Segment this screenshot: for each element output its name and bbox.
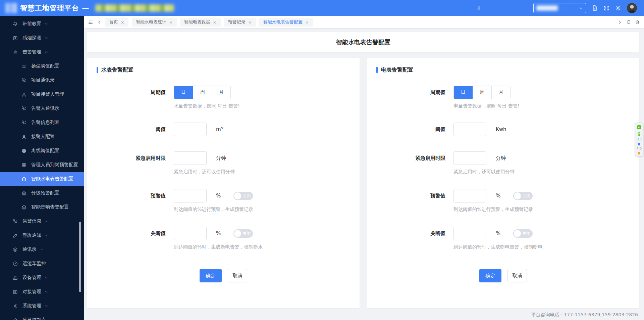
- warning-value-unit: %: [496, 193, 500, 199]
- panel-title: 电表告警配置: [376, 66, 630, 74]
- emergency-limit-input[interactable]: [453, 151, 486, 165]
- cutoff-value-input[interactable]: [174, 227, 207, 240]
- sidebar-item-alarm-info-list[interactable]: 告警信息列表: [0, 116, 84, 130]
- close-icon[interactable]: ×: [305, 20, 309, 25]
- sidebar-item-alarm-info[interactable]: 告警信息: [0, 214, 84, 228]
- refresh-icon[interactable]: [626, 19, 631, 25]
- home-icon: [12, 317, 18, 320]
- sidebar-scrollbar[interactable]: [79, 222, 81, 292]
- tabs-scroll-left-icon[interactable]: [97, 19, 102, 25]
- cycle-week-button[interactable]: 周: [193, 86, 212, 99]
- cutoff-toggle[interactable]: 关闭: [233, 229, 253, 238]
- warning-value-input[interactable]: [453, 189, 486, 202]
- close-icon[interactable]: ×: [169, 20, 173, 25]
- device-icon: [12, 275, 18, 281]
- sidebar-item-slag-truck-monitoring[interactable]: 运渣车监控: [0, 257, 84, 271]
- sidebar-item-smart-speaker-alarm-config[interactable]: 智能音响告警配置: [0, 200, 84, 214]
- sidebar-item-smoke-detection[interactable]: 感烟探测: [0, 31, 84, 45]
- toggle-label: 关闭: [522, 193, 530, 199]
- sidebar-item-device-management[interactable]: 设备管理: [0, 271, 84, 285]
- toggle-label: 关闭: [243, 193, 251, 199]
- sidebar-item-responder-config[interactable]: 接警人配置: [0, 130, 84, 144]
- sidebar-item-project-responder-management[interactable]: 项目接警人管理: [0, 87, 84, 101]
- floating-widget[interactable]: 3.5 4.0: [635, 123, 643, 156]
- orange-dot-icon: [638, 152, 640, 154]
- page-title-card: 智能水电表告警配置: [87, 32, 639, 52]
- toggle-label: 关闭: [522, 231, 530, 236]
- emergency-limit-label: 紧急启用时限: [376, 151, 453, 175]
- tab-bar: 首页× 智能水电表统计× 智能电表数据× 预警记录× 智能水电表告警配置×: [84, 16, 644, 28]
- cutoff-toggle[interactable]: 关闭: [513, 229, 533, 238]
- tab-smart-electric-meter-data[interactable]: 智能电表数据×: [180, 18, 221, 27]
- cancel-button[interactable]: 取消: [507, 269, 527, 282]
- cutoff-value-input[interactable]: [453, 227, 486, 240]
- pen-icon: [12, 233, 18, 238]
- warning-value-label: 预警值: [97, 189, 174, 213]
- sidebar-item-tiered-warning-config[interactable]: 分级预警配置: [0, 186, 84, 200]
- trash-icon[interactable]: [635, 19, 640, 25]
- bell-icon: [12, 21, 18, 27]
- sidebar-item-alerter-contacts[interactable]: 告警人通讯录: [0, 101, 84, 116]
- chevron-down-icon: [44, 36, 48, 40]
- collapse-sidebar-icon[interactable]: [88, 19, 93, 25]
- title-accent-bar: [97, 67, 98, 73]
- fullscreen-icon[interactable]: [603, 5, 610, 11]
- header-controls: [476, 3, 637, 13]
- cutoff-value-unit: %: [216, 230, 221, 236]
- chevron-down-icon: [579, 6, 583, 10]
- warning-value-unit: %: [216, 193, 221, 199]
- sidebar-item-quality-control-point[interactable]: 质量控制点: [0, 313, 84, 320]
- title-accent-bar: [376, 67, 378, 73]
- sidebar-item-manager-onsite-warning-config[interactable]: 管理人员到岗预警配置: [0, 158, 84, 172]
- warning-value-input[interactable]: [174, 189, 207, 202]
- tab-smart-meter-stats[interactable]: 智能水电表统计×: [132, 18, 177, 27]
- close-icon[interactable]: ×: [121, 20, 124, 25]
- warning-toggle[interactable]: 关闭: [233, 192, 253, 200]
- tab-home[interactable]: 首页×: [105, 18, 128, 27]
- brand: 智慧工地管理平台 —: [5, 3, 174, 13]
- emergency-limit-unit: 分钟: [216, 155, 226, 162]
- confirm-button[interactable]: 确定: [479, 269, 501, 282]
- warning-toggle[interactable]: 关闭: [513, 192, 533, 200]
- cutoff-value-label: 关断值: [376, 227, 453, 250]
- sidebar-item-alarm-management[interactable]: 告警管理: [0, 45, 84, 59]
- threshold-input[interactable]: [453, 123, 486, 136]
- sidebar-item-pre-shift-education[interactable]: 班前教育: [0, 17, 84, 31]
- threshold-input[interactable]: [174, 123, 207, 136]
- sidebar-item-system-management[interactable]: 系统管理: [0, 299, 84, 313]
- close-icon[interactable]: ×: [248, 20, 252, 25]
- gear-icon[interactable]: [615, 5, 622, 11]
- avatar-image: [627, 3, 637, 13]
- cycle-week-button[interactable]: 周: [473, 86, 491, 99]
- project-select[interactable]: [533, 3, 586, 13]
- layers-icon: [21, 204, 27, 210]
- project-name-redacted: [95, 4, 174, 12]
- cutoff-value-label: 关断值: [97, 227, 174, 250]
- confirm-button[interactable]: 确定: [200, 269, 222, 282]
- sidebar-item-contacts[interactable]: 通讯录: [0, 242, 84, 257]
- sidebar-item-smart-meter-alarm-config[interactable]: 智能水电表告警配置: [0, 172, 84, 186]
- close-icon[interactable]: ×: [213, 20, 217, 25]
- cancel-button[interactable]: 取消: [228, 269, 247, 282]
- tab-warning-records[interactable]: 预警记录×: [224, 18, 256, 27]
- sidebar-item-rectification-notice[interactable]: 整改通知: [0, 228, 84, 242]
- content-area: 智能水电表告警配置 水表告警配置 周期值: [84, 28, 644, 320]
- cycle-segmented-control: 日 周 月: [174, 86, 231, 99]
- cycle-day-button[interactable]: 日: [454, 86, 473, 99]
- cycle-label: 周期值: [97, 86, 174, 109]
- sidebar-item-dust-threshold-config[interactable]: 扬尘阈值配置: [0, 59, 84, 73]
- cycle-month-button[interactable]: 月: [491, 86, 510, 99]
- cycle-helper-text: 水量告警数据，按照 每日 告警!: [174, 103, 240, 109]
- sidebar-item-integration-management[interactable]: 对接管理: [0, 285, 84, 299]
- cycle-month-button[interactable]: 月: [212, 86, 230, 99]
- tabs-scroll-right-icon[interactable]: [617, 19, 623, 25]
- play-circle-icon: [12, 261, 18, 267]
- emergency-limit-input[interactable]: [174, 151, 207, 165]
- avatar[interactable]: [627, 3, 637, 13]
- document-icon[interactable]: [591, 5, 598, 11]
- sidebar-item-offline-threshold-config[interactable]: 离线阈值配置: [0, 144, 84, 158]
- tab-smart-meter-alarm-config[interactable]: 智能水电表告警配置×: [259, 18, 313, 27]
- phone-icon: [12, 219, 18, 224]
- sidebar-item-project-contacts[interactable]: 项目通讯录: [0, 73, 84, 87]
- cycle-day-button[interactable]: 日: [174, 86, 193, 99]
